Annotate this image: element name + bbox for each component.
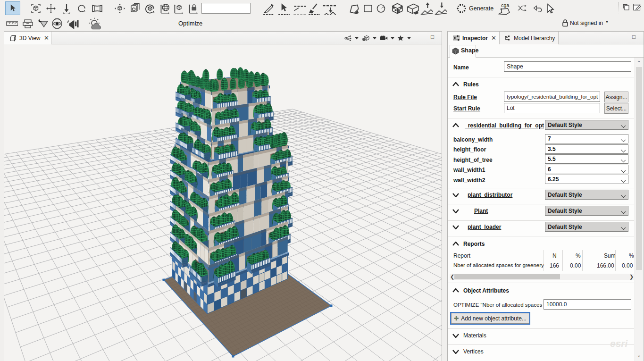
svg-text:cga: cga [501,2,509,8]
